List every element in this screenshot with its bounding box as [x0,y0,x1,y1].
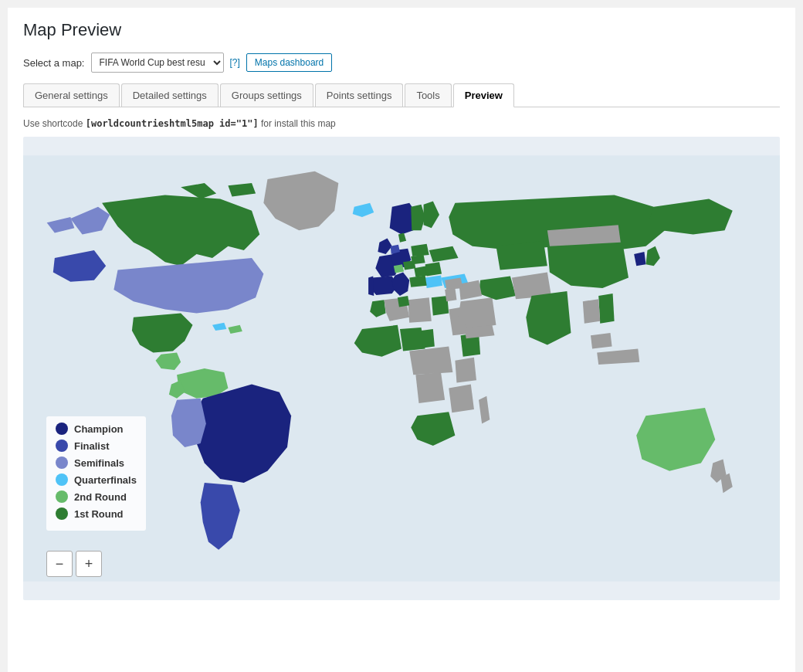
tab-detailed[interactable]: Detailed settings [121,83,219,107]
map-container: Champion Finalist Semifinals Quarterfina… [23,137,780,600]
map-legend: Champion Finalist Semifinals Quarterfina… [46,416,146,531]
zoom-out-button[interactable]: − [46,551,73,577]
shortcode-row: Use shortcode [worldcountrieshtml5map id… [23,118,780,129]
world-map-svg [23,137,780,600]
legend-label-champion: Champion [74,423,124,435]
tab-preview[interactable]: Preview [453,83,514,107]
legend-dot-quarterfinals [56,473,68,486]
page-wrapper: Map Preview Select a map: FIFA World Cup… [8,8,795,672]
legend-dot-2nd-round [56,490,68,503]
legend-label-quarterfinals: Quarterfinals [74,474,137,486]
legend-item-finalist: Finalist [56,440,137,452]
zoom-in-button[interactable]: + [76,551,102,577]
legend-label-2nd-round: 2nd Round [74,491,127,503]
legend-label-finalist: Finalist [74,440,110,452]
tabs-row: General settings Detailed settings Group… [23,83,780,107]
legend-item-quarterfinals: Quarterfinals [56,473,137,486]
zoom-controls: − + [46,551,102,577]
tab-general[interactable]: General settings [23,83,120,107]
legend-dot-1st-round [56,507,68,520]
legend-item-champion: Champion [56,423,137,435]
legend-item-1st-round: 1st Round [56,507,137,520]
tab-groups[interactable]: Groups settings [220,83,313,107]
help-link[interactable]: [?] [230,57,240,68]
legend-item-semifinals: Semifinals [56,456,137,469]
tab-tools[interactable]: Tools [405,83,451,107]
legend-label-semifinals: Semifinals [74,457,124,469]
legend-dot-semifinals [56,456,68,469]
legend-dot-champion [56,423,68,435]
map-select-dropdown[interactable]: FIFA World Cup best resu [91,53,224,73]
legend-item-2nd-round: 2nd Round [56,490,137,503]
map-select-label: Select a map: [23,57,85,69]
tab-points[interactable]: Points settings [315,83,404,107]
map-select-row: Select a map: FIFA World Cup best resu [… [23,53,780,73]
page-title: Map Preview [23,20,780,40]
legend-label-1st-round: 1st Round [74,508,124,520]
shortcode-value: [worldcountrieshtml5map id="1"] [86,118,259,129]
legend-dot-finalist [56,440,68,452]
maps-dashboard-button[interactable]: Maps dashboard [246,53,332,72]
